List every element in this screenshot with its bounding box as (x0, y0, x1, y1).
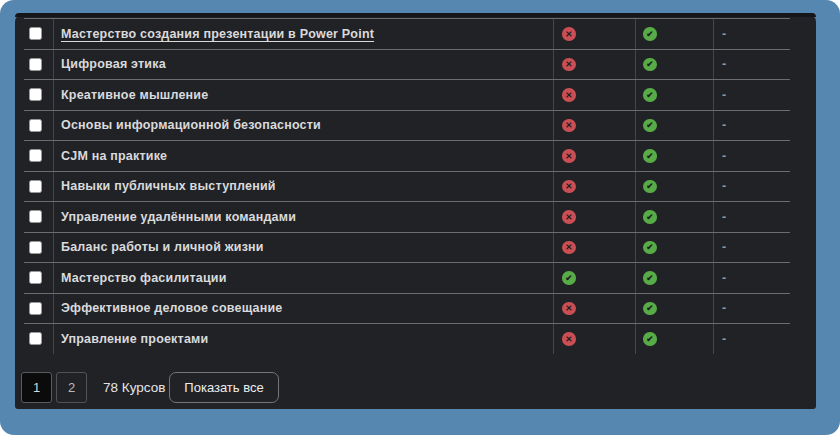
cross-icon: ✕ (562, 302, 576, 316)
row-checkbox[interactable] (29, 27, 42, 40)
check-icon: ✔ (643, 88, 657, 102)
table-row: Управление проектами✕✔- (24, 323, 790, 354)
course-name-cell: Навыки публичных выступлений (53, 172, 553, 202)
row-checkbox-cell (24, 50, 53, 80)
table-row: Эффективное деловое совещание✕✔- (24, 293, 790, 324)
status-cell-1: ✕ (553, 202, 635, 232)
row-checkbox-cell (24, 80, 53, 110)
table-row: Креативное мышление✕✔- (24, 79, 790, 110)
course-link[interactable]: Мастерство создания презентации в Power … (61, 28, 374, 41)
check-icon: ✔ (643, 27, 657, 41)
row-checkbox-cell (24, 324, 53, 354)
course-title: Цифровая этика (61, 58, 166, 71)
row-checkbox-cell (24, 141, 53, 171)
row-checkbox-cell (24, 19, 53, 49)
course-name-cell: CJM на практике (53, 141, 553, 171)
status-cell-1: ✕ (553, 50, 635, 80)
course-title: Креативное мышление (61, 89, 208, 102)
extra-cell: - (713, 141, 790, 171)
row-checkbox[interactable] (29, 88, 42, 101)
course-name-cell: Цифровая этика (53, 50, 553, 80)
table-row: Мастерство фасилитации✔✔- (24, 262, 790, 293)
check-icon: ✔ (643, 210, 657, 224)
status-cell-1: ✔ (553, 263, 635, 293)
extra-cell: - (713, 50, 790, 80)
status-cell-1: ✕ (553, 324, 635, 354)
table-row: Навыки публичных выступлений✕✔- (24, 171, 790, 202)
course-name-cell: Основы информационной безопасности (53, 111, 553, 141)
row-checkbox[interactable] (29, 149, 42, 162)
row-checkbox[interactable] (29, 302, 42, 315)
table-row: Основы информационной безопасности✕✔- (24, 110, 790, 141)
row-checkbox[interactable] (29, 58, 42, 71)
status-cell-2: ✔ (635, 202, 713, 232)
extra-cell: - (713, 111, 790, 141)
status-cell-1: ✕ (553, 19, 635, 49)
page-button-2[interactable]: 2 (56, 372, 87, 403)
extra-cell: - (713, 233, 790, 263)
extra-cell: - (713, 80, 790, 110)
status-cell-1: ✕ (553, 172, 635, 202)
course-title: Баланс работы и личной жизни (61, 241, 264, 254)
status-cell-2: ✔ (635, 324, 713, 354)
course-title: Эффективное деловое совещание (61, 302, 283, 315)
extra-cell: - (713, 19, 790, 49)
status-cell-2: ✔ (635, 141, 713, 171)
course-name-cell: Управление удалёнными командами (53, 202, 553, 232)
extra-cell: - (713, 294, 790, 324)
status-cell-2: ✔ (635, 294, 713, 324)
status-cell-2: ✔ (635, 172, 713, 202)
status-cell-1: ✕ (553, 111, 635, 141)
course-count: 78 Курсов (103, 380, 165, 395)
page-button-1[interactable]: 1 (21, 372, 52, 403)
row-checkbox[interactable] (29, 119, 42, 132)
course-title: Управление удалёнными командами (61, 211, 296, 224)
course-name-cell: Баланс работы и личной жизни (53, 233, 553, 263)
course-name-cell: Управление проектами (53, 324, 553, 354)
course-name-cell: Эффективное деловое совещание (53, 294, 553, 324)
status-cell-2: ✔ (635, 80, 713, 110)
window-frame: Мастерство создания презентации в Power … (0, 0, 840, 435)
page-buttons: 12 (21, 372, 91, 403)
row-checkbox[interactable] (29, 271, 42, 284)
table-row: CJM на практике✕✔- (24, 140, 790, 171)
status-cell-2: ✔ (635, 263, 713, 293)
course-name-cell: Мастерство создания презентации в Power … (53, 19, 553, 49)
course-title: CJM на практике (61, 150, 167, 163)
check-icon: ✔ (643, 149, 657, 163)
course-title: Навыки публичных выступлений (61, 180, 276, 193)
row-checkbox[interactable] (29, 241, 42, 254)
cross-icon: ✕ (562, 210, 576, 224)
check-icon: ✔ (643, 180, 657, 194)
table-row: Баланс работы и личной жизни✕✔- (24, 232, 790, 263)
check-icon: ✔ (643, 271, 657, 285)
row-checkbox-cell (24, 233, 53, 263)
cross-icon: ✕ (562, 88, 576, 102)
course-title: Управление проектами (61, 333, 208, 346)
check-icon: ✔ (643, 241, 657, 255)
extra-cell: - (713, 202, 790, 232)
cross-icon: ✕ (562, 119, 576, 133)
cross-icon: ✕ (562, 58, 576, 72)
status-cell-1: ✕ (553, 80, 635, 110)
check-icon: ✔ (643, 302, 657, 316)
row-checkbox-cell (24, 263, 53, 293)
status-cell-2: ✔ (635, 111, 713, 141)
cross-icon: ✕ (562, 241, 576, 255)
extra-cell: - (713, 324, 790, 354)
cross-icon: ✕ (562, 149, 576, 163)
pagination: 12 78 Курсов Показать все (21, 372, 279, 403)
status-cell-1: ✕ (553, 141, 635, 171)
cross-icon: ✕ (562, 332, 576, 346)
course-title: Мастерство фасилитации (61, 272, 227, 285)
status-cell-2: ✔ (635, 19, 713, 49)
check-icon: ✔ (643, 58, 657, 72)
row-checkbox[interactable] (29, 332, 42, 345)
row-checkbox-cell (24, 294, 53, 324)
row-checkbox[interactable] (29, 180, 42, 193)
check-icon: ✔ (643, 332, 657, 346)
show-all-button[interactable]: Показать все (169, 372, 278, 403)
row-checkbox[interactable] (29, 210, 42, 223)
table-row: Цифровая этика✕✔- (24, 49, 790, 80)
course-name-cell: Креативное мышление (53, 80, 553, 110)
